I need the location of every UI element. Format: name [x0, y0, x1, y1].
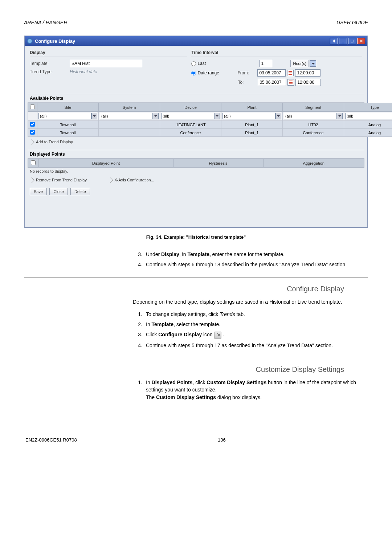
table-row[interactable]: Townhall ConferencePlant_1 ConferenceAna…: [28, 129, 392, 137]
step-text: Click Configure Display icon .: [146, 331, 368, 338]
col-site[interactable]: Site: [37, 103, 99, 112]
step-text: Under Display, in Template, enter the na…: [146, 251, 368, 258]
step-num: 4.: [133, 342, 142, 349]
col-system[interactable]: System: [99, 103, 160, 112]
filter-site[interactable]: [38, 113, 91, 119]
filter-segment-dd[interactable]: [337, 113, 343, 119]
filter-device-dd[interactable]: [214, 113, 220, 119]
configure-display-heading: Configure Display: [24, 285, 344, 293]
date-range-label: Date range: [197, 70, 237, 75]
filter-system-dd[interactable]: [153, 113, 159, 119]
close-button-dialog[interactable]: Close: [49, 188, 68, 195]
time-interval-label: Time Interval: [191, 50, 218, 55]
col-segment[interactable]: Segment: [283, 103, 344, 112]
filter-plant[interactable]: [222, 113, 275, 119]
filter-device[interactable]: [161, 113, 214, 119]
displayed-points-header: Displayed Points: [28, 150, 364, 159]
delete-button[interactable]: Delete: [70, 188, 90, 195]
step-text: To change display settings, click Trends…: [146, 311, 368, 318]
step-num: 1.: [133, 311, 142, 318]
template-input[interactable]: [70, 60, 142, 67]
last-value-input[interactable]: [259, 60, 272, 67]
add-to-trend-link[interactable]: Add to Trend Display: [30, 140, 73, 144]
displayed-points-table: Displayed Point Hysteresis Aggregation: [28, 159, 364, 168]
from-time-input[interactable]: [295, 69, 320, 77]
step-num: 3.: [133, 251, 142, 258]
available-points-header: Available Points: [28, 94, 364, 103]
filter-type[interactable]: [345, 113, 392, 119]
to-label: To:: [238, 80, 258, 85]
last-label: Last: [197, 61, 237, 66]
row-checkbox[interactable]: [30, 130, 35, 135]
footer-center: 136: [218, 437, 226, 443]
minimize-button[interactable]: _: [339, 38, 347, 44]
table-row[interactable]: Townhall HEATINGPLANTPlant_1 HT02Analog …: [28, 121, 392, 129]
step-text: Continue with steps 5 through 17 as desc…: [146, 342, 368, 349]
step-text: In Displayed Points, click Custom Displa…: [146, 379, 368, 401]
template-label: Template:: [30, 61, 70, 66]
figure-caption: Fig. 34. Example: "Historical trend temp…: [24, 234, 368, 240]
no-records-text: No records to display.: [28, 168, 364, 175]
close-button[interactable]: ✕: [357, 38, 365, 44]
filter-site-dd[interactable]: [91, 113, 97, 119]
col-plant[interactable]: Plant: [221, 103, 283, 112]
titlebar: Configure Display ⇕ _ □ ✕: [25, 36, 367, 46]
from-date-input[interactable]: [257, 69, 286, 77]
to-date-input[interactable]: [258, 79, 286, 86]
configure-display-icon: [214, 332, 221, 339]
footer-left: EN2Z-0906GE51 R0708: [25, 437, 77, 443]
display-section-label: Display: [30, 50, 45, 55]
step-num: 3.: [133, 331, 142, 338]
trend-type-value: Historical data: [70, 69, 97, 74]
remove-from-trend-link[interactable]: Remove From Trend Display: [30, 178, 87, 182]
configure-display-window: Configure Display ⇕ _ □ ✕ Display Templa…: [24, 36, 368, 228]
displayed-select-all[interactable]: [31, 160, 36, 165]
available-points-table: Site System Device Plant Segment Type Di…: [28, 103, 392, 137]
to-time-input[interactable]: [295, 79, 321, 86]
col-device[interactable]: Device: [160, 103, 221, 112]
doc-header-right: USER GUIDE: [336, 20, 368, 25]
col-displayed-point[interactable]: Displayed Point: [39, 159, 173, 168]
to-calendar-icon[interactable]: [287, 79, 294, 86]
filter-system[interactable]: [100, 113, 153, 119]
col-hysteresis[interactable]: Hysteresis: [173, 159, 263, 168]
xaxis-config-link[interactable]: X-Axis Configuration...: [108, 178, 154, 182]
select-all-checkbox[interactable]: [30, 104, 35, 109]
unit-dropdown[interactable]: [310, 60, 316, 67]
trend-type-label: Trend Type:: [30, 69, 70, 74]
customize-display-heading: Customize Display Settings: [24, 365, 344, 374]
step-num: 2.: [133, 321, 142, 328]
filter-plant-dd[interactable]: [275, 113, 281, 119]
from-calendar-icon[interactable]: [287, 70, 294, 76]
filter-segment[interactable]: [284, 113, 337, 119]
col-aggregation[interactable]: Aggregation: [263, 159, 364, 168]
restore-button[interactable]: ⇕: [330, 38, 338, 44]
cfg-para: Depending on the trend type, display set…: [133, 298, 368, 305]
from-label: From:: [237, 70, 257, 75]
col-type[interactable]: Type: [344, 103, 392, 112]
step-num: 4.: [133, 261, 142, 268]
step-num: 1.: [133, 379, 142, 401]
maximize-button[interactable]: □: [348, 38, 356, 44]
ie-icon: [27, 38, 33, 44]
window-title: Configure Display: [35, 38, 75, 44]
step-text: In Template, select the template.: [146, 321, 368, 328]
doc-header-left: ARENA / RANGER: [24, 20, 67, 25]
step-text: Continue with steps 6 through 18 describ…: [146, 261, 368, 268]
save-button[interactable]: Save: [30, 188, 47, 195]
last-radio[interactable]: [191, 61, 196, 66]
date-range-radio[interactable]: [191, 71, 196, 75]
unit-label: Hour(s): [290, 60, 309, 67]
row-checkbox[interactable]: [30, 122, 35, 127]
